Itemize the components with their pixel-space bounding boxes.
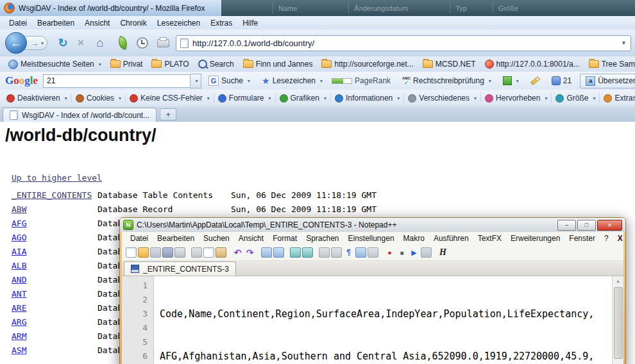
- webdev-hervorheben[interactable]: Hervorheben▾: [481, 94, 552, 103]
- save-icon[interactable]: [150, 247, 161, 258]
- find-icon[interactable]: [261, 247, 272, 258]
- print-icon[interactable]: [174, 247, 185, 258]
- menu-chronik[interactable]: Chronik: [115, 17, 151, 29]
- menu-bearbeiten[interactable]: Bearbeiten: [32, 17, 80, 29]
- green-feather-extension-button[interactable]: [117, 36, 130, 50]
- indent-guide-icon[interactable]: [368, 247, 378, 258]
- pagerank-widget[interactable]: PageRank: [327, 75, 395, 87]
- cut-icon[interactable]: [191, 247, 202, 258]
- stop-macro-icon[interactable]: ■: [396, 247, 407, 258]
- record-link-afg[interactable]: AFG: [12, 219, 26, 228]
- webdev-groesse[interactable]: Größe▾: [552, 94, 600, 103]
- translate-button[interactable]: aÜbersetzen▾: [580, 74, 635, 88]
- record-link-aia[interactable]: AIA: [12, 247, 26, 256]
- webdev-verschiedenes[interactable]: Verschiedenes▾: [404, 94, 481, 103]
- undo-icon[interactable]: ↶: [232, 247, 243, 258]
- webdev-formulare[interactable]: Formulare▾: [214, 94, 276, 103]
- scroll-up-icon[interactable]: ▲: [616, 276, 620, 285]
- bookmark-plato[interactable]: PLATO: [147, 60, 193, 69]
- play-macro-icon[interactable]: ▶: [409, 247, 419, 258]
- up-to-higher-level-link[interactable]: Up to higher level: [12, 173, 102, 183]
- bookmark-tree-samples[interactable]: Tree Samples: [584, 60, 635, 69]
- document-tab[interactable]: _ENTIRE_CONTENTS-3: [124, 261, 236, 276]
- bookmark-localhost-8001[interactable]: http://127.0.0.1:8001/a...: [480, 60, 584, 69]
- menu-hilfe[interactable]: Hilfe: [237, 17, 263, 29]
- record-link-abw[interactable]: ABW: [12, 204, 26, 214]
- bookmark-search[interactable]: Search: [194, 60, 239, 69]
- home-button[interactable]: ⌂: [92, 35, 108, 51]
- code-text[interactable]: Code,Name,Continent,Region,SurfaceArea,I…: [154, 276, 623, 364]
- record-link-alb[interactable]: ALB: [12, 261, 26, 270]
- record-macro-icon[interactable]: ●: [384, 247, 395, 258]
- npp-menu-format[interactable]: Format: [268, 233, 301, 244]
- paste-icon[interactable]: [216, 247, 226, 258]
- url-input[interactable]: http://127.0.0.1/world-db/country/: [192, 38, 621, 48]
- tab-wsgidav[interactable]: WsgiDAV - Index of /world-db/count...: [3, 108, 157, 122]
- replace-icon[interactable]: [273, 247, 284, 258]
- redo-icon[interactable]: ↷: [244, 247, 255, 258]
- bookmark-mcsd-net[interactable]: MCSD.NET: [418, 60, 480, 69]
- webdev-cookies[interactable]: Cookies▾: [72, 94, 126, 103]
- npp-menu-ausfuehren[interactable]: Ausführen: [429, 233, 473, 244]
- maximize-button[interactable]: □: [577, 220, 596, 231]
- record-link-and[interactable]: AND: [12, 275, 26, 285]
- npp-menu-ansicht[interactable]: Ansicht: [234, 233, 268, 244]
- new-file-icon[interactable]: [126, 247, 137, 258]
- bookmark-sourceforge[interactable]: http://sourceforge.net...: [317, 60, 418, 69]
- record-link-arg[interactable]: ARG: [12, 317, 26, 327]
- editor-area[interactable]: 1 2 3 4 5 6 Code,Name,Continent,Region,S…: [122, 276, 623, 364]
- menu-ansicht[interactable]: Ansicht: [80, 17, 115, 29]
- minimize-button[interactable]: –: [557, 220, 576, 231]
- webdev-css[interactable]: Keine CSS-Fehler▾: [126, 94, 214, 103]
- sync-horizontal-icon[interactable]: [331, 247, 342, 258]
- vertical-scrollbar[interactable]: ▲: [612, 276, 623, 364]
- word-wrap-icon[interactable]: ¶: [343, 247, 354, 258]
- webdev-deaktivieren[interactable]: Deaktivieren▾: [3, 94, 72, 103]
- google-search-button[interactable]: GSuche▾: [204, 74, 255, 87]
- webdev-informationen[interactable]: Informationen▾: [331, 94, 404, 103]
- google-search-input[interactable]: 21: [43, 74, 190, 88]
- npp-menu-textfx[interactable]: TextFX: [473, 233, 506, 244]
- npp-menu-einstellungen[interactable]: Einstellungen: [344, 233, 399, 244]
- npp-menu-datei[interactable]: Datei: [126, 233, 153, 244]
- npp-menu-makro[interactable]: Makro: [399, 233, 429, 244]
- entire-contents-link[interactable]: _ENTIRE_CONTENTS: [12, 190, 92, 200]
- edit-button[interactable]: [523, 78, 547, 84]
- save-all-icon[interactable]: [162, 247, 173, 258]
- sync-vertical-icon[interactable]: [319, 247, 330, 258]
- history-dropdown-icon[interactable]: ▾: [41, 40, 44, 46]
- save-macro-icon[interactable]: [421, 247, 432, 258]
- new-tab-button[interactable]: +: [160, 108, 176, 120]
- npp-menu-help[interactable]: ?: [600, 233, 613, 244]
- open-file-icon[interactable]: [138, 247, 149, 258]
- record-link-ant[interactable]: ANT: [12, 289, 26, 299]
- print-button[interactable]: [157, 39, 169, 47]
- spellcheck-button[interactable]: ABC✓ Rechtschreibprüfung▾: [398, 75, 496, 87]
- url-bar[interactable]: http://127.0.0.1/world-db/country/ ▼: [176, 35, 631, 51]
- autofill-button[interactable]: ▾: [498, 75, 523, 87]
- back-button[interactable]: ←: [5, 32, 27, 54]
- npp-menu-close-document[interactable]: X: [613, 233, 623, 244]
- show-all-characters-icon[interactable]: [355, 247, 366, 258]
- record-link-are[interactable]: ARE: [12, 303, 26, 313]
- zoom-in-icon[interactable]: [290, 247, 301, 258]
- scrollbar-thumb[interactable]: [614, 287, 623, 359]
- google-bookmarks-button[interactable]: ★Lesezeichen▾: [257, 74, 327, 87]
- bookmark-meistbesuchte-seiten[interactable]: Meistbesuchte Seiten▾: [4, 60, 106, 69]
- npp-menu-suchen[interactable]: Suchen: [199, 233, 234, 244]
- zoom-out-icon[interactable]: [302, 247, 313, 258]
- bookmark-finn-und-jannes[interactable]: Finn und Jannes: [239, 60, 318, 69]
- close-button[interactable]: ×: [597, 220, 622, 231]
- counter-widget[interactable]: 21: [547, 75, 576, 87]
- record-link-ago[interactable]: AGO: [12, 233, 26, 242]
- npp-menu-fenster[interactable]: Fenster: [564, 233, 600, 244]
- bookmark-privat[interactable]: Privat: [106, 60, 148, 69]
- webdev-grafiken[interactable]: Grafiken▾: [276, 94, 331, 103]
- webdev-extras[interactable]: Extras▾: [600, 94, 635, 103]
- clock-extension-button[interactable]: [137, 37, 148, 49]
- record-link-arm[interactable]: ARM: [12, 331, 26, 341]
- npp-menu-sprachen[interactable]: Sprachen: [301, 233, 343, 244]
- notepad-titlebar[interactable]: N C:\Users\Martin\AppData\Local\Temp\_EN…: [120, 218, 625, 232]
- menu-datei[interactable]: Datei: [4, 17, 32, 29]
- menu-extras[interactable]: Extras: [205, 17, 237, 29]
